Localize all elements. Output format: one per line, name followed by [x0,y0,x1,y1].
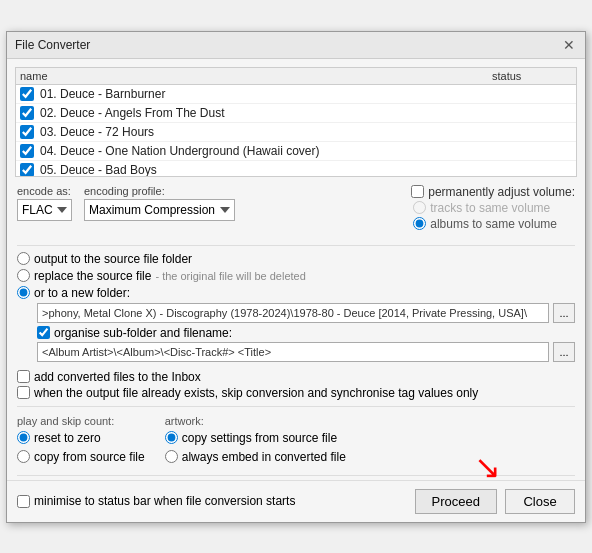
subfolder-label: organise sub-folder and filename: [54,326,232,340]
encode-format-select[interactable]: FLACMP3AACOGGWAV [17,199,72,221]
col-name-header: name [20,70,492,82]
divider3 [17,475,575,476]
file-checkbox[interactable] [20,163,34,177]
file-name: 02. Deuce - Angels From The Dust [40,106,572,120]
minimize-label: minimise to status bar when file convers… [17,494,407,508]
file-list: name status 01. Deuce - Barnburner02. De… [15,67,577,177]
folder-input-row: ... [17,303,575,323]
encode-settings: encode as: FLACMP3AACOGGWAV encoding pro… [7,181,585,241]
encode-label: encode as: [17,185,72,197]
volume-header: permanently adjust volume: [411,185,575,199]
output-replace-label: replace the source file [34,269,151,283]
file-rows-container: 01. Deuce - Barnburner02. Deuce - Angels… [16,85,576,177]
output-replace-note: - the original file will be deleted [155,270,305,282]
play-skip-reset-row: reset to zero [17,431,145,445]
output-source-row: output to the source file folder [17,252,575,266]
play-skip-group: play and skip count: reset to zero copy … [17,415,145,467]
table-row: 03. Deuce - 72 Hours [16,123,576,142]
play-skip-reset-label: reset to zero [34,431,101,445]
artwork-embed-radio[interactable] [165,450,178,463]
play-skip-copy-radio[interactable] [17,450,30,463]
add-inbox-checkbox[interactable] [17,370,30,383]
subfolder-checkbox[interactable] [37,326,50,339]
encode-profile-select[interactable]: Maximum CompressionHigh QualityStandardL… [84,199,235,221]
artwork-label: artwork: [165,415,346,427]
output-section: output to the source file folder replace… [7,250,585,370]
output-folder-row: or to a new folder: [17,286,575,300]
divider1 [17,245,575,246]
file-name: 05. Deuce - Bad Boys [40,163,572,177]
file-checkbox[interactable] [20,106,34,120]
volume-albums-radio[interactable] [413,217,426,230]
subfolder-input-row: ... [17,342,575,362]
table-row: 04. Deuce - One Nation Underground (Hawa… [16,142,576,161]
artwork-copy-label: copy settings from source file [182,431,337,445]
close-button[interactable]: Close [505,489,575,514]
skip-existing-checkbox[interactable] [17,386,30,399]
volume-section: permanently adjust volume: tracks to sam… [411,185,575,231]
folder-browse-button[interactable]: ... [553,303,575,323]
col-status-header: status [492,70,572,82]
table-row: 02. Deuce - Angels From The Dust [16,104,576,123]
play-skip-reset-radio[interactable] [17,431,30,444]
output-replace-radio[interactable] [17,269,30,282]
add-inbox-row: add converted files to the Inbox [7,370,585,384]
output-source-radio[interactable] [17,252,30,265]
encode-profile-label: encoding profile: [84,185,235,197]
close-window-button[interactable]: ✕ [561,38,577,52]
minimize-checkbox[interactable] [17,495,30,508]
window-title: File Converter [15,38,90,52]
add-inbox-label: add converted files to the Inbox [34,370,201,384]
volume-tracks-radio[interactable] [413,201,426,214]
volume-albums-option: albums to same volume [411,217,575,231]
volume-albums-label: albums to same volume [430,217,557,231]
artwork-embed-row: always embed in converted file [165,450,346,464]
play-skip-copy-label: copy from source file [34,450,145,464]
file-checkbox[interactable] [20,125,34,139]
artwork-copy-row: copy settings from source file [165,431,346,445]
encode-format-group: encode as: FLACMP3AACOGGWAV [17,185,72,221]
file-list-header: name status [16,68,576,85]
table-row: 05. Deuce - Bad Boys [16,161,576,177]
volume-tracks-label: tracks to same volume [430,201,550,215]
file-name: 03. Deuce - 72 Hours [40,125,572,139]
output-folder-label: or to a new folder: [34,286,130,300]
footer-row: minimise to status bar when file convers… [7,480,585,522]
output-source-label: output to the source file folder [34,252,192,266]
subfolder-template-input[interactable] [37,342,549,362]
skip-existing-label: when the output file already exists, ski… [34,386,478,400]
proceed-button[interactable]: Proceed [415,489,497,514]
volume-label: permanently adjust volume: [428,185,575,199]
artwork-embed-label: always embed in converted file [182,450,346,464]
volume-tracks-option: tracks to same volume [411,201,575,215]
subfolder-browse-button[interactable]: ... [553,342,575,362]
table-row: 01. Deuce - Barnburner [16,85,576,104]
output-replace-row: replace the source file - the original f… [17,269,575,283]
title-bar: File Converter ✕ [7,32,585,59]
file-checkbox[interactable] [20,144,34,158]
subfolder-checkbox-row: organise sub-folder and filename: [17,326,575,340]
artwork-group: artwork: copy settings from source file … [165,415,346,467]
folder-path-input[interactable] [37,303,549,323]
output-folder-radio[interactable] [17,286,30,299]
play-skip-copy-row: copy from source file [17,450,145,464]
artwork-copy-radio[interactable] [165,431,178,444]
divider2 [17,406,575,407]
minimize-text: minimise to status bar when file convers… [34,494,295,508]
volume-checkbox[interactable] [411,185,424,198]
file-name: 04. Deuce - One Nation Underground (Hawa… [40,144,572,158]
bottom-options: play and skip count: reset to zero copy … [7,411,585,471]
encode-profile-group: encoding profile: Maximum CompressionHig… [84,185,235,221]
file-converter-window: File Converter ✕ name status 01. Deuce -… [6,31,586,523]
file-name: 01. Deuce - Barnburner [40,87,572,101]
file-checkbox[interactable] [20,87,34,101]
play-skip-label: play and skip count: [17,415,145,427]
skip-existing-row: when the output file already exists, ski… [7,386,585,400]
